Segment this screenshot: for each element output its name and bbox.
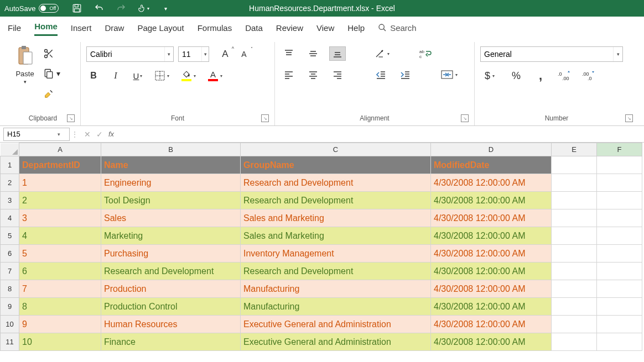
- row-header-8[interactable]: 8: [1, 280, 19, 298]
- cell[interactable]: [597, 280, 642, 298]
- chevron-down-icon[interactable]: ▾: [164, 47, 173, 61]
- font-color-button[interactable]: A ▾: [206, 69, 225, 83]
- cell[interactable]: 7: [19, 280, 101, 298]
- row-header-11[interactable]: 11: [1, 333, 19, 351]
- cell[interactable]: Production Control: [101, 298, 241, 316]
- cell[interactable]: Sales and Marketing: [241, 209, 431, 227]
- row-header-4[interactable]: 4: [1, 209, 19, 227]
- cell[interactable]: [552, 227, 597, 245]
- header-cell[interactable]: DepartmentID: [19, 156, 101, 174]
- cell[interactable]: Research and Development: [241, 263, 431, 280]
- cell[interactable]: [552, 192, 597, 209]
- decrease-font-button[interactable]: A˅: [237, 47, 251, 61]
- font-dialog-launcher[interactable]: ↘: [261, 114, 269, 122]
- accounting-format-button[interactable]: $▾: [480, 69, 499, 83]
- tab-formulas[interactable]: Formulas: [198, 21, 232, 35]
- tab-data[interactable]: Data: [245, 21, 263, 35]
- select-all-cell[interactable]: [1, 143, 19, 156]
- align-bottom-button[interactable]: [329, 46, 346, 61]
- cell[interactable]: [552, 298, 597, 316]
- font-size-combo[interactable]: ▾: [178, 46, 209, 62]
- row-header-10[interactable]: 10: [1, 316, 19, 333]
- col-header-A[interactable]: A: [19, 143, 101, 156]
- cell[interactable]: Tool Design: [101, 192, 241, 209]
- align-center-button[interactable]: [305, 67, 321, 82]
- cell[interactable]: [597, 227, 642, 245]
- chevron-down-icon[interactable]: ▾: [201, 47, 209, 61]
- paste-dropdown[interactable]: ▾: [24, 79, 27, 85]
- tab-review[interactable]: Review: [276, 21, 303, 35]
- cell[interactable]: 2: [19, 192, 101, 209]
- name-box[interactable]: ▾: [3, 128, 70, 141]
- tab-draw[interactable]: Draw: [105, 21, 124, 35]
- tab-page-layout[interactable]: Page Layout: [137, 21, 184, 35]
- cut-button[interactable]: [43, 45, 60, 62]
- font-name-input[interactable]: [87, 50, 164, 59]
- row-header-6[interactable]: 6: [1, 245, 19, 263]
- cell[interactable]: Production: [101, 280, 241, 298]
- cell[interactable]: Research and Development: [241, 174, 431, 192]
- cell[interactable]: 4/30/2008 12:00:00 AM: [431, 333, 552, 351]
- cell[interactable]: [597, 209, 642, 227]
- cell[interactable]: 4/30/2008 12:00:00 AM: [431, 245, 552, 263]
- col-header-F[interactable]: F: [597, 143, 642, 156]
- tab-search[interactable]: Search: [378, 21, 417, 35]
- name-box-input[interactable]: [4, 130, 54, 138]
- cell[interactable]: Inventory Management: [241, 245, 431, 263]
- tab-home[interactable]: Home: [34, 19, 58, 36]
- copy-button[interactable]: ▾: [43, 65, 60, 82]
- clipboard-dialog-launcher[interactable]: ↘: [67, 114, 75, 122]
- increase-decimal-button[interactable]: .0.00: [558, 69, 572, 83]
- cell[interactable]: [597, 298, 642, 316]
- tab-help[interactable]: Help: [347, 21, 365, 35]
- cell[interactable]: 6: [19, 263, 101, 280]
- row-header-2[interactable]: 2: [1, 174, 19, 192]
- number-format-combo[interactable]: ▾: [480, 46, 623, 62]
- insert-function-icon[interactable]: fx: [108, 130, 114, 138]
- underline-button[interactable]: U▾: [131, 69, 145, 83]
- italic-button[interactable]: I: [108, 69, 123, 83]
- cell[interactable]: 4/30/2008 12:00:00 AM: [431, 174, 552, 192]
- row-header-9[interactable]: 9: [1, 298, 19, 316]
- cell[interactable]: [552, 316, 597, 333]
- cell[interactable]: Marketing: [101, 227, 241, 245]
- cell[interactable]: Sales and Marketing: [241, 227, 431, 245]
- cell[interactable]: 8: [19, 298, 101, 316]
- increase-indent-button[interactable]: [397, 67, 413, 82]
- tab-file[interactable]: File: [8, 21, 21, 35]
- decrease-decimal-button[interactable]: .00.0: [582, 69, 596, 83]
- cell[interactable]: [597, 156, 642, 174]
- wrap-text-button[interactable]: abc: [418, 46, 432, 61]
- chevron-down-icon[interactable]: ▾: [613, 47, 622, 61]
- orientation-button[interactable]: ▾: [372, 46, 391, 61]
- cell[interactable]: 4/30/2008 12:00:00 AM: [431, 298, 552, 316]
- cell[interactable]: 4/30/2008 12:00:00 AM: [431, 227, 552, 245]
- decrease-indent-button[interactable]: [372, 67, 389, 82]
- header-cell[interactable]: Name: [101, 156, 241, 174]
- cell[interactable]: [597, 174, 642, 192]
- chevron-down-icon[interactable]: ▾: [54, 132, 64, 137]
- cell[interactable]: [552, 263, 597, 280]
- cell[interactable]: [597, 192, 642, 209]
- font-name-combo[interactable]: ▾: [86, 46, 174, 62]
- align-top-button[interactable]: [281, 46, 297, 61]
- cell[interactable]: Research and Development: [241, 192, 431, 209]
- row-header-1[interactable]: 1: [1, 156, 19, 174]
- align-middle-button[interactable]: [305, 46, 321, 61]
- cell[interactable]: 5: [19, 245, 101, 263]
- tab-view[interactable]: View: [316, 21, 334, 35]
- spreadsheet-grid[interactable]: ABCDEF1DepartmentIDNameGroupNameModified…: [0, 143, 644, 362]
- cell[interactable]: [552, 174, 597, 192]
- increase-font-button[interactable]: A^: [218, 47, 232, 61]
- align-left-button[interactable]: [281, 67, 297, 82]
- cell[interactable]: [597, 316, 642, 333]
- number-dialog-launcher[interactable]: ↘: [625, 114, 633, 122]
- cell[interactable]: 4/30/2008 12:00:00 AM: [431, 263, 552, 280]
- cell[interactable]: [597, 263, 642, 280]
- cell[interactable]: 10: [19, 333, 101, 351]
- row-header-7[interactable]: 7: [1, 263, 19, 280]
- paste-icon[interactable]: [15, 45, 34, 66]
- comma-format-button[interactable]: ,: [533, 69, 548, 83]
- enter-formula-icon[interactable]: ✓: [96, 130, 103, 139]
- cell[interactable]: Sales: [101, 209, 241, 227]
